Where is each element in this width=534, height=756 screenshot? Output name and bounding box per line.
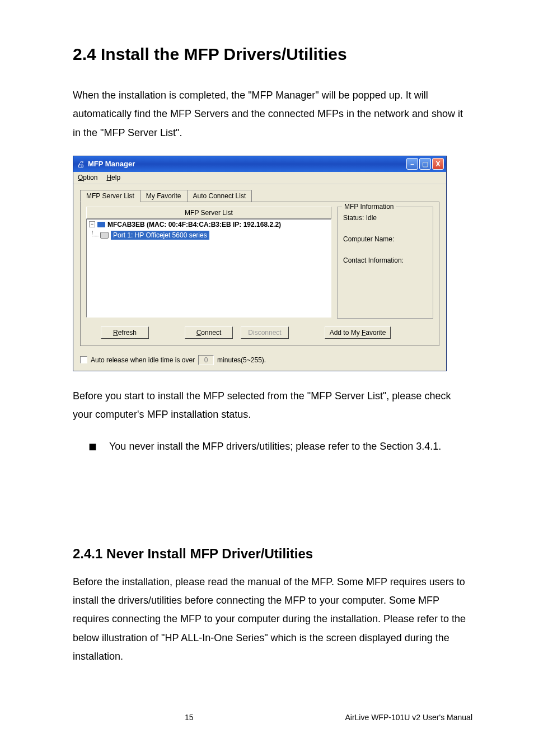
auto-release-label: Auto release when idle time is over xyxy=(91,356,195,364)
app-icon: 🖨 xyxy=(77,160,85,169)
bullet-text: You never install the MFP drivers/utilit… xyxy=(109,437,441,456)
tab-mfp-server-list[interactable]: MFP Server List xyxy=(80,190,140,202)
tree-expander[interactable]: − xyxy=(89,221,95,227)
tab-page: MFP Server List − MFCAB3EB (MAC: 00:4F:B… xyxy=(80,202,439,346)
heading-section: 2.4 Install the MFP Drivers/Utilities xyxy=(73,45,472,64)
computer-name-label: Computer Name: xyxy=(343,235,427,243)
auto-release-checkbox[interactable] xyxy=(80,356,87,363)
tab-my-favorite[interactable]: My Favorite xyxy=(140,190,188,202)
server-icon xyxy=(97,222,105,227)
maximize-button[interactable]: ▢ xyxy=(419,158,431,170)
connect-button[interactable]: Connect xyxy=(185,326,233,339)
mfp-info-group: MFP Information Status: Idle Computer Na… xyxy=(337,207,433,319)
intro-paragraph: When the installation is completed, the … xyxy=(73,86,472,142)
tab-strip: MFP Server List My Favorite Auto Connect… xyxy=(80,190,439,202)
bullet-square-icon: ◼ xyxy=(88,437,97,456)
minutes-label: minutes(5~255). xyxy=(217,356,266,364)
mfp-manager-window: 🖨 MFP Manager – ▢ X Option Help MFP Serv… xyxy=(73,156,447,371)
before-start-paragraph: Before you start to install the MFP sele… xyxy=(73,387,472,424)
footer-text: AirLive WFP-101U v2 User's Manual xyxy=(345,713,472,722)
contact-info-label: Contact Information: xyxy=(343,256,427,264)
tree-line xyxy=(92,231,99,236)
refresh-button[interactable]: Refresh xyxy=(101,326,149,339)
close-button[interactable]: X xyxy=(432,158,444,170)
subsection-paragraph: Before the installation, please read the… xyxy=(73,573,472,666)
page-number: 15 xyxy=(185,713,194,722)
status-value: Status: Idle xyxy=(343,214,427,222)
menu-bar: Option Help xyxy=(73,172,446,184)
disconnect-button[interactable]: Disconnect xyxy=(241,326,289,339)
add-favorite-button[interactable]: Add to My Favorite xyxy=(325,326,391,339)
printer-icon xyxy=(100,232,109,239)
idle-minutes-input[interactable]: 0 xyxy=(198,355,214,365)
titlebar: 🖨 MFP Manager – ▢ X xyxy=(73,156,446,172)
window-title: MFP Manager xyxy=(88,160,135,168)
menu-option[interactable]: Option xyxy=(78,174,97,181)
minimize-button[interactable]: – xyxy=(406,158,418,170)
server-list[interactable]: − MFCAB3EB (MAC: 00:4F:B4:CA:B3:EB IP: 1… xyxy=(86,219,331,318)
port-label[interactable]: Port 1: HP Officejet 5600 series xyxy=(111,231,209,240)
tab-auto-connect-list[interactable]: Auto Connect List xyxy=(187,190,252,202)
heading-subsection: 2.4.1 Never Install MFP Driver/Utilities xyxy=(73,546,472,562)
info-legend: MFP Information xyxy=(342,203,396,211)
server-label[interactable]: MFCAB3EB (MAC: 00:4F:B4:CA:B3:EB IP: 192… xyxy=(107,221,281,228)
list-header: MFP Server List xyxy=(86,207,331,219)
menu-help[interactable]: Help xyxy=(106,174,120,181)
